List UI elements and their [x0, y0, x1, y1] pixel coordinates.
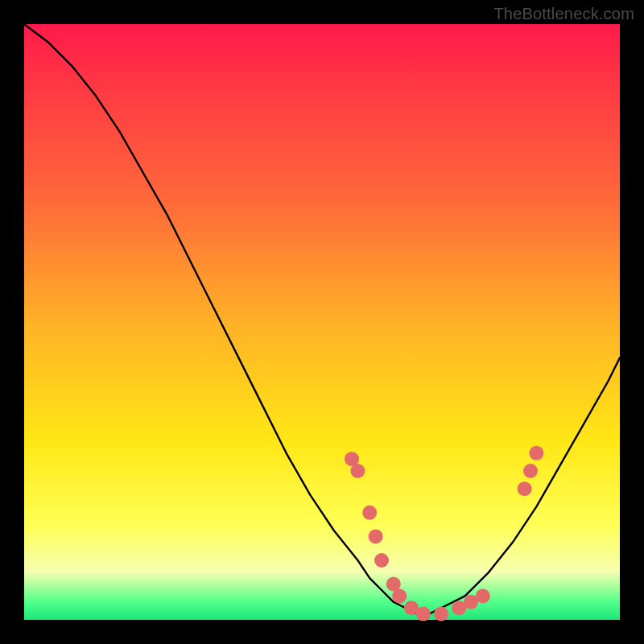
curve-marker	[362, 506, 377, 520]
plot-area	[24, 24, 620, 620]
curve-marker	[369, 529, 383, 543]
bottleneck-curve	[24, 24, 620, 614]
chart-frame: TheBottleneck.com	[0, 0, 644, 644]
curve-marker	[529, 446, 543, 460]
curve-marker	[523, 464, 538, 478]
curve-markers	[345, 446, 543, 621]
curve-marker	[476, 588, 490, 603]
curve-marker	[416, 607, 431, 621]
curve-marker	[518, 481, 532, 496]
attribution-text: TheBottleneck.com	[493, 5, 634, 23]
curve-marker	[374, 553, 389, 568]
curve-marker	[434, 607, 448, 621]
curve-svg	[24, 24, 620, 620]
curve-marker	[392, 588, 407, 603]
curve-marker	[350, 464, 365, 478]
